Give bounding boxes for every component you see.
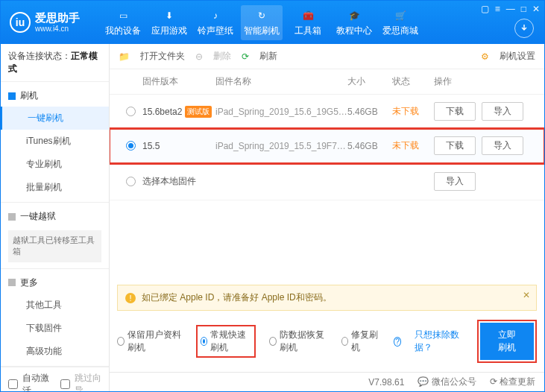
delete-button[interactable]: 删除 bbox=[213, 50, 231, 63]
nav-我的设备[interactable]: ▭我的设备 bbox=[102, 5, 144, 40]
nav-icon: 🧰 bbox=[300, 8, 315, 23]
open-folder-button[interactable]: 打开文件夹 bbox=[140, 50, 185, 63]
download-button[interactable]: 下载 bbox=[434, 102, 476, 121]
window-button[interactable]: ✕ bbox=[532, 4, 540, 14]
flash-options: 保留用户资料刷机常规快速刷机防数据恢复刷机修复刷机?只想抹除数据？立即刷机 bbox=[110, 311, 544, 372]
col-status: 状态 bbox=[392, 75, 434, 88]
title-bar: iu 爱思助手www.i4.cn ▭我的设备⬇应用游戏♪铃声壁纸↻智能刷机🧰工具… bbox=[1, 1, 544, 44]
row-size: 5.46GB bbox=[347, 141, 392, 151]
device-status: 设备连接状态：正常模式 bbox=[1, 44, 109, 82]
window-controls: ▢≡—□✕ bbox=[481, 4, 540, 14]
firmware-list: 15.6beta2测试版iPad_Spring_2019_15.6_19G503… bbox=[110, 95, 544, 280]
nav-智能刷机[interactable]: ↻智能刷机 bbox=[241, 5, 283, 40]
download-button[interactable]: 下载 bbox=[434, 136, 476, 155]
import-button[interactable]: 导入 bbox=[482, 136, 523, 155]
sidebar-group-刷机[interactable]: 刷机 bbox=[1, 85, 109, 107]
flash-option-保留用户资料刷机[interactable]: 保留用户资料刷机 bbox=[117, 329, 183, 354]
nav-icon: ⬇ bbox=[162, 8, 177, 23]
nav-爱思商城[interactable]: 🛒爱思商城 bbox=[379, 5, 421, 40]
import-button[interactable]: 导入 bbox=[482, 102, 523, 121]
sidebar-item-iTunes刷机[interactable]: iTunes刷机 bbox=[1, 130, 109, 153]
refresh-button[interactable]: 刷新 bbox=[259, 50, 277, 63]
sidebar-group-更多[interactable]: 更多 bbox=[1, 272, 109, 294]
col-name: 固件名称 bbox=[215, 75, 347, 88]
col-ops: 操作 bbox=[434, 75, 535, 88]
flash-option-label: 保留用户资料刷机 bbox=[127, 329, 183, 354]
sidebar-item-其他工具[interactable]: 其他工具 bbox=[1, 294, 109, 317]
erase-only-link[interactable]: 只想抹除数据？ bbox=[415, 329, 464, 354]
window-button[interactable]: — bbox=[506, 4, 515, 14]
sidebar-group-一键越狱[interactable]: 一键越狱 bbox=[1, 206, 109, 227]
folder-icon: 📁 bbox=[119, 51, 130, 62]
nav-label: 我的设备 bbox=[105, 25, 141, 37]
help-icon[interactable]: ? bbox=[394, 337, 402, 347]
auto-activate-label: 自动激活 bbox=[22, 372, 50, 392]
sidebar-item-一键刷机[interactable]: 一键刷机 bbox=[1, 107, 109, 130]
row-radio[interactable] bbox=[119, 141, 142, 151]
flash-option-label: 常规快速刷机 bbox=[210, 329, 251, 354]
app-url: www.i4.cn bbox=[35, 25, 80, 33]
row-radio[interactable] bbox=[119, 177, 142, 186]
beta-tag: 测试版 bbox=[185, 106, 212, 118]
flash-option-防数据恢复刷机[interactable]: 防数据恢复刷机 bbox=[269, 329, 327, 354]
group-head: 刷机 bbox=[20, 89, 38, 102]
nav-label: 铃声壁纸 bbox=[198, 25, 233, 37]
row-radio[interactable] bbox=[119, 107, 142, 116]
nav-铃声壁纸[interactable]: ♪铃声壁纸 bbox=[195, 5, 236, 40]
local-firmware-row[interactable]: 选择本地固件导入 bbox=[110, 163, 544, 200]
main-panel: 📁 打开文件夹 ⊖ 删除 ⟳ 刷新 ⚙ 刷机设置 固件版本 固件名称 大小 状态… bbox=[110, 44, 544, 391]
group-head: 更多 bbox=[20, 276, 38, 289]
appleid-alert: ! 如已绑定 Apple ID，请准备好 Apple ID和密码。 ✕ bbox=[117, 285, 537, 311]
row-version: 15.5 bbox=[142, 141, 215, 151]
import-button[interactable]: 导入 bbox=[434, 172, 476, 191]
nav-icon: 🛒 bbox=[393, 8, 408, 23]
flash-option-label: 修复刷机 bbox=[351, 329, 378, 354]
nav-icon: ♪ bbox=[208, 8, 223, 23]
sidebar-item-专业刷机[interactable]: 专业刷机 bbox=[1, 153, 109, 176]
nav-label: 工具箱 bbox=[294, 25, 321, 37]
version-label: V7.98.61 bbox=[368, 377, 404, 388]
refresh-icon: ⟳ bbox=[242, 51, 249, 62]
delete-icon: ⊖ bbox=[195, 51, 203, 62]
group-icon bbox=[8, 279, 16, 286]
window-button[interactable]: ▢ bbox=[481, 4, 489, 14]
nav-label: 智能刷机 bbox=[244, 25, 280, 37]
flash-settings-button[interactable]: 刷机设置 bbox=[500, 50, 535, 63]
window-button[interactable]: ≡ bbox=[495, 4, 500, 14]
row-filename: iPad_Spring_2019_15.6_19G5037d_Restore.i… bbox=[215, 107, 347, 117]
download-manager-icon[interactable] bbox=[514, 19, 534, 38]
row-status: 未下载 bbox=[392, 105, 434, 118]
group-head: 一键越狱 bbox=[20, 210, 56, 223]
auto-activate-checkbox[interactable] bbox=[8, 379, 18, 389]
close-icon[interactable]: ✕ bbox=[523, 290, 530, 300]
wechat-icon[interactable]: 💬 微信公众号 bbox=[418, 376, 476, 388]
skip-guide-label: 跳过向导 bbox=[75, 372, 102, 392]
sidebar-item-高级功能[interactable]: 高级功能 bbox=[1, 340, 109, 363]
nav-应用游戏[interactable]: ⬇应用游戏 bbox=[148, 5, 190, 40]
nav-label: 教程中心 bbox=[336, 25, 372, 37]
nav-教程中心[interactable]: 🎓教程中心 bbox=[333, 5, 375, 40]
window-button[interactable]: □ bbox=[521, 4, 526, 14]
update-label: 检查更新 bbox=[500, 376, 535, 387]
group-icon bbox=[8, 92, 16, 100]
alert-text: 如已绑定 Apple ID，请准备好 Apple ID和密码。 bbox=[142, 291, 332, 304]
col-version: 固件版本 bbox=[142, 75, 215, 88]
flash-option-修复刷机[interactable]: 修复刷机 bbox=[341, 329, 379, 354]
firmware-row[interactable]: 15.6beta2测试版iPad_Spring_2019_15.6_19G503… bbox=[110, 95, 544, 129]
sidebar-item-批量刷机[interactable]: 批量刷机 bbox=[1, 176, 109, 199]
row-version: 15.6beta2测试版 bbox=[142, 106, 215, 118]
nav-icon: 🎓 bbox=[347, 8, 362, 23]
sidebar-item-下载固件[interactable]: 下载固件 bbox=[1, 317, 109, 340]
nav-label: 爱思商城 bbox=[382, 25, 418, 37]
col-size: 大小 bbox=[347, 75, 392, 88]
status-bar: V7.98.61 💬 微信公众号 ⟳ 检查更新 bbox=[110, 372, 544, 391]
update-icon[interactable]: ⟳ 检查更新 bbox=[490, 376, 535, 388]
flash-option-常规快速刷机[interactable]: 常规快速刷机 bbox=[201, 329, 252, 354]
flash-option-label: 防数据恢复刷机 bbox=[280, 329, 328, 354]
flash-now-button[interactable]: 立即刷机 bbox=[480, 323, 534, 360]
nav-工具箱[interactable]: 🧰工具箱 bbox=[287, 5, 329, 40]
app-logo: iu 爱思助手www.i4.cn bbox=[1, 12, 89, 33]
skip-guide-checkbox[interactable] bbox=[60, 379, 70, 389]
firmware-row[interactable]: 15.5iPad_Spring_2019_15.5_19F77_Restore.… bbox=[110, 129, 544, 163]
main-nav: ▭我的设备⬇应用游戏♪铃声壁纸↻智能刷机🧰工具箱🎓教程中心🛒爱思商城 bbox=[102, 5, 421, 40]
